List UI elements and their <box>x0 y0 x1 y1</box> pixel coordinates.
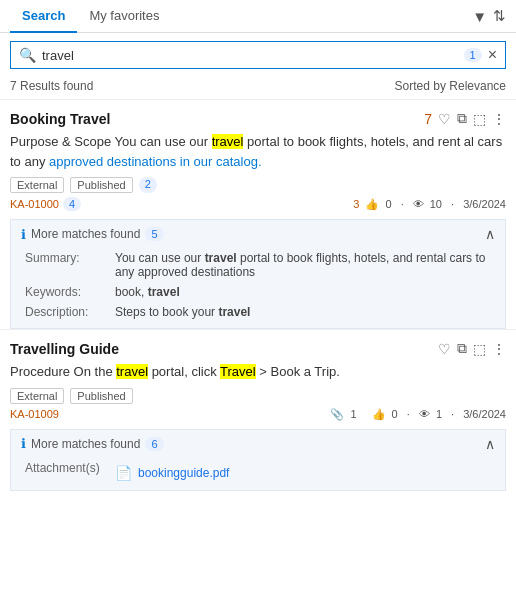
card2-highlight-2: Travel <box>220 364 256 379</box>
match-label: Keywords: <box>21 282 111 302</box>
result-card-2: Travelling Guide ♡ ⧉ ⬚ ⋮ Procedure On th… <box>0 329 516 499</box>
card2-meta-row: KA-01009 📎 1 👍 0 · 👁 1 · 3/6/2024 <box>10 408 506 421</box>
card2-highlight-1: travel <box>116 364 148 379</box>
tabs-bar: Search My favorites ▼ ⇅ <box>0 0 516 33</box>
card2-more-matches-header[interactable]: ℹ More matches found 6 ∧ <box>21 436 495 452</box>
card1-like-icon[interactable]: 👍 <box>365 198 379 211</box>
card1-more-matches-header[interactable]: ℹ More matches found 5 ∧ <box>21 226 495 242</box>
card1-tag-badge: 2 <box>139 177 157 193</box>
card1-ka-id: KA-01000 <box>10 198 59 210</box>
card1-date: 3/6/2024 <box>463 198 506 210</box>
card2-tag-published: Published <box>70 388 132 404</box>
attachment-filename[interactable]: bookingguide.pdf <box>138 466 229 480</box>
card1-more-matches-title: ℹ More matches found 5 <box>21 227 164 242</box>
card2-title: Travelling Guide <box>10 341 119 357</box>
card2-collapse-icon[interactable]: ∧ <box>485 436 495 452</box>
card2-more-matches-label: More matches found <box>31 437 140 451</box>
card1-favorite-icon[interactable]: ♡ <box>438 111 451 127</box>
card2-more-icon[interactable]: ⋮ <box>492 341 506 357</box>
card1-likes: 0 <box>385 198 391 210</box>
attachment-row: 📄 bookingguide.pdf <box>115 465 491 481</box>
results-count: 7 Results found <box>10 79 93 93</box>
card2-copy-icon[interactable]: ⧉ <box>457 340 467 357</box>
table-row: Attachment(s) 📄 bookingguide.pdf <box>21 458 495 484</box>
match-value: Steps to book your travel <box>111 302 495 322</box>
search-icon: 🔍 <box>19 47 36 63</box>
card1-match-table: Summary: You can use our travel portal t… <box>21 248 495 322</box>
card1-collapse-icon[interactable]: ∧ <box>485 226 495 242</box>
card1-tags-row: External Published 2 <box>10 177 506 193</box>
card2-more-matches-badge: 6 <box>145 437 163 451</box>
card2-match-table: Attachment(s) 📄 bookingguide.pdf <box>21 458 495 484</box>
card2-share-icon[interactable]: ⬚ <box>473 341 486 357</box>
search-badge: 1 <box>464 48 482 62</box>
table-row: Summary: You can use our travel portal t… <box>21 248 495 282</box>
tab-actions: ▼ ⇅ <box>472 0 506 32</box>
card1-more-matches-label: More matches found <box>31 227 140 241</box>
card2-view-icon: 👁 <box>419 408 430 420</box>
card2-meta-right: 📎 1 👍 0 · 👁 1 · 3/6/2024 <box>330 408 506 421</box>
card1-vote-num: 3 <box>353 198 359 210</box>
tab-search[interactable]: Search <box>10 0 77 33</box>
table-row: Description: Steps to book your travel <box>21 302 495 322</box>
card2-body: Procedure On the travel portal, click Tr… <box>10 362 506 382</box>
card1-views: 10 <box>430 198 442 210</box>
card1-info-icon: ℹ <box>21 227 26 242</box>
card1-view-icon: 👁 <box>413 198 424 210</box>
card2-favorite-icon[interactable]: ♡ <box>438 341 451 357</box>
results-header: 7 Results found Sorted by Relevance <box>0 77 516 99</box>
card1-highlight-1: travel <box>212 134 244 149</box>
search-input[interactable] <box>42 48 458 63</box>
card2-title-row: Travelling Guide ♡ ⧉ ⬚ ⋮ <box>10 340 506 357</box>
search-bar: 🔍 1 × <box>10 41 506 69</box>
result-card-1: Booking Travel 7 ♡ ⧉ ⬚ ⋮ Purpose & Scope… <box>0 99 516 329</box>
card1-tag-published: Published <box>70 177 132 193</box>
card1-ka-badge: 4 <box>63 197 81 211</box>
card1-more-icon[interactable]: ⋮ <box>492 111 506 127</box>
card2-more-matches-title: ℹ More matches found 6 <box>21 436 164 451</box>
card2-icons: ♡ ⧉ ⬚ ⋮ <box>438 340 506 357</box>
card1-more-matches-badge: 5 <box>145 227 163 241</box>
card2-ka-id: KA-01009 <box>10 408 59 420</box>
card2-like-icon[interactable]: 👍 <box>372 408 386 421</box>
card2-tags-row: External Published <box>10 388 506 404</box>
tab-favorites[interactable]: My favorites <box>77 0 171 33</box>
match-label: Summary: <box>21 248 111 282</box>
card1-tag-external: External <box>10 177 64 193</box>
card1-more-matches: ℹ More matches found 5 ∧ Summary: You ca… <box>10 219 506 329</box>
match-label: Description: <box>21 302 111 322</box>
card1-icon-num: 7 <box>424 111 432 127</box>
filter-icon[interactable]: ▼ <box>472 8 487 25</box>
card1-icons: 7 ♡ ⧉ ⬚ ⋮ <box>424 110 506 127</box>
card2-attachment-icon: 📎 <box>330 408 344 421</box>
card2-likes: 0 <box>392 408 398 420</box>
card2-attachment-num: 1 <box>350 408 356 420</box>
match-value: You can use our travel portal to book fl… <box>111 248 495 282</box>
sort-icon[interactable]: ⇅ <box>493 7 506 25</box>
card2-tag-external: External <box>10 388 64 404</box>
table-row: Keywords: book, travel <box>21 282 495 302</box>
card1-meta-left: KA-01000 4 <box>10 197 81 211</box>
card1-link[interactable]: approved destinations in our catalog. <box>49 154 261 169</box>
match-value: 📄 bookingguide.pdf <box>111 458 495 484</box>
card1-copy-icon[interactable]: ⧉ <box>457 110 467 127</box>
card1-title-row: Booking Travel 7 ♡ ⧉ ⬚ ⋮ <box>10 110 506 127</box>
card1-meta-right: 3 👍 0 · 👁 10 · 3/6/2024 <box>353 198 506 211</box>
card2-info-icon: ℹ <box>21 436 26 451</box>
card1-share-icon[interactable]: ⬚ <box>473 111 486 127</box>
results-sorted: Sorted by Relevance <box>395 79 506 93</box>
card1-title: Booking Travel <box>10 111 110 127</box>
pdf-icon: 📄 <box>115 465 132 481</box>
card2-views: 1 <box>436 408 442 420</box>
card2-date: 3/6/2024 <box>463 408 506 420</box>
card2-more-matches: ℹ More matches found 6 ∧ Attachment(s) 📄… <box>10 429 506 491</box>
search-clear-button[interactable]: × <box>488 46 497 64</box>
card1-body: Purpose & Scope You can use our travel p… <box>10 132 506 171</box>
match-label: Attachment(s) <box>21 458 111 484</box>
card2-meta-left: KA-01009 <box>10 408 59 420</box>
match-value: book, travel <box>111 282 495 302</box>
card1-meta-row: KA-01000 4 3 👍 0 · 👁 10 · 3/6/2024 <box>10 197 506 211</box>
